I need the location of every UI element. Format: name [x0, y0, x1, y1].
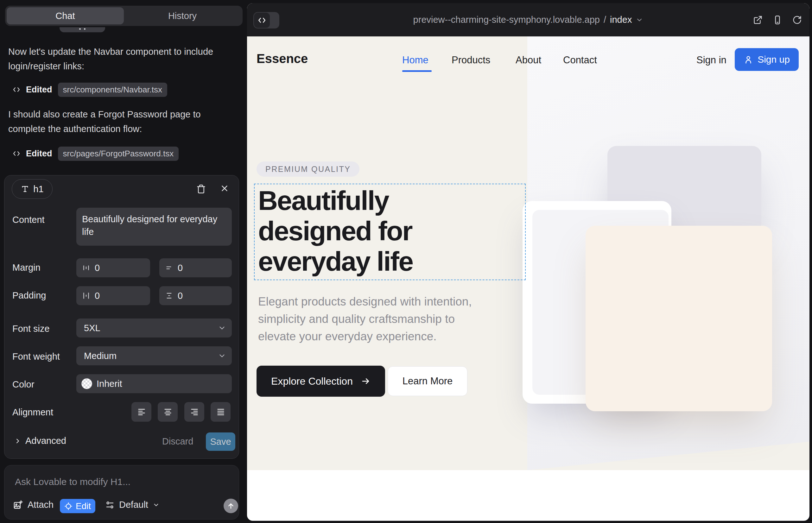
- url-bar[interactable]: preview--charming-site-symphony.lovable.…: [247, 3, 810, 36]
- browser-header: preview--charming-site-symphony.lovable.…: [247, 3, 810, 36]
- premium-quality-badge: PREMIUM QUALITY: [257, 161, 359, 177]
- align-center-icon: [163, 408, 172, 416]
- edited-file-row: Edited src/pages/ForgotPassword.tsx: [13, 147, 179, 160]
- trash-icon: [196, 184, 206, 194]
- padding-x-input[interactable]: 0: [76, 286, 150, 305]
- selected-element-tag: h1: [12, 179, 53, 199]
- font-size-select[interactable]: 5XL: [76, 319, 232, 338]
- site-preview: Essence Home Products About Contact Sign…: [247, 36, 810, 470]
- model-selector[interactable]: Default: [105, 500, 160, 510]
- url-domain: preview--charming-site-symphony.lovable.…: [413, 15, 600, 25]
- margin-x-input[interactable]: 0: [76, 258, 150, 277]
- edit-mode-button[interactable]: Edit: [60, 499, 95, 513]
- font-weight-value: Medium: [84, 351, 117, 361]
- align-left-button[interactable]: [131, 402, 152, 422]
- nav-link-home[interactable]: Home: [402, 54, 428, 66]
- user-icon: [744, 55, 753, 64]
- discard-button[interactable]: Discard: [162, 436, 193, 447]
- nav-link-about[interactable]: About: [516, 54, 541, 66]
- hero-heading-line: everyday life: [258, 246, 413, 276]
- target-icon: [64, 502, 72, 510]
- model-label: Default: [119, 500, 148, 510]
- attach-label: Attach: [28, 500, 54, 510]
- chevron-down-icon: [218, 324, 226, 332]
- color-select[interactable]: Inherit: [76, 374, 232, 393]
- font-weight-label: Font weight: [12, 351, 60, 362]
- align-justify-button[interactable]: [211, 402, 231, 422]
- chat-input[interactable]: [15, 474, 211, 489]
- browser-actions: [753, 3, 802, 36]
- font-size-value: 5XL: [84, 323, 100, 333]
- font-size-label: Font size: [12, 324, 50, 334]
- hero-paragraph-line: elevate your everyday experience.: [258, 328, 472, 345]
- color-swatch: [82, 378, 92, 389]
- tab-chat[interactable]: Chat: [7, 7, 124, 24]
- element-editor-panel: h1 Content Beautifully designed for ever…: [4, 175, 239, 459]
- hero-heading-line: Beautifully: [258, 185, 413, 216]
- code-icon: [13, 150, 20, 157]
- padding-vertical-icon: [165, 292, 173, 300]
- nav-link-contact[interactable]: Contact: [563, 54, 597, 66]
- sign-up-button[interactable]: Sign up: [735, 48, 799, 71]
- learn-more-button[interactable]: Learn More: [388, 366, 467, 396]
- close-editor-button[interactable]: [217, 181, 232, 196]
- align-justify-icon: [216, 408, 225, 416]
- content-textarea[interactable]: Beautifully designed for everyday life: [76, 208, 232, 246]
- send-button[interactable]: [224, 499, 238, 513]
- margin-label: Margin: [12, 263, 40, 273]
- url-separator: /: [604, 15, 606, 25]
- delete-element-button[interactable]: [194, 182, 208, 196]
- chat-history-tabs: Chat History: [5, 6, 243, 26]
- site-logo[interactable]: Essence: [257, 52, 308, 66]
- sliders-icon: [105, 500, 114, 510]
- scrolled-message-pill: [59, 27, 105, 32]
- margin-vertical-icon: [165, 264, 173, 272]
- decor-rectangle-beige: [586, 226, 772, 411]
- hero-paragraph-line: simplicity and quality craftsmanship to: [258, 310, 472, 328]
- font-weight-select[interactable]: Medium: [76, 346, 232, 365]
- type-icon: [21, 184, 30, 194]
- code-icon: [13, 86, 20, 93]
- nav-active-underline: [402, 70, 432, 72]
- hero-paragraph: Elegant products designed with intention…: [258, 293, 472, 345]
- advanced-toggle[interactable]: Advanced: [14, 436, 66, 446]
- sign-in-link[interactable]: Sign in: [696, 54, 726, 66]
- hero-heading[interactable]: Beautifully designed for everyday life: [258, 185, 413, 276]
- open-external-button[interactable]: [753, 15, 763, 25]
- margin-x-value: 0: [95, 263, 100, 273]
- margin-horizontal-icon: [82, 264, 90, 272]
- color-value: Inherit: [96, 379, 122, 389]
- edited-file-pill[interactable]: src/components/Navbar.tsx: [58, 83, 167, 97]
- explore-collection-label: Explore Collection: [271, 376, 353, 387]
- tab-history[interactable]: History: [124, 7, 241, 24]
- align-left-icon: [137, 408, 146, 416]
- refresh-button[interactable]: [792, 15, 802, 25]
- save-button[interactable]: Save: [206, 432, 235, 451]
- explore-collection-button[interactable]: Explore Collection: [257, 366, 385, 397]
- assistant-message: I should also create a Forgot Password p…: [8, 107, 220, 136]
- lovable-app-window: Chat History Now let's update the Navbar…: [0, 0, 812, 523]
- edited-file-pill[interactable]: src/pages/ForgotPassword.tsx: [58, 147, 179, 161]
- assistant-message: Now let's update the Navbar component to…: [8, 44, 220, 73]
- padding-x-value: 0: [95, 291, 100, 301]
- edit-label: Edit: [76, 501, 91, 511]
- padding-y-value: 0: [178, 291, 183, 301]
- align-right-button[interactable]: [184, 402, 204, 422]
- close-icon: [220, 184, 229, 193]
- chevron-down-icon: [218, 352, 226, 360]
- edited-label: Edited: [26, 149, 52, 159]
- chevron-right-icon: [14, 437, 21, 445]
- url-page: index: [610, 15, 632, 25]
- mobile-view-button[interactable]: [773, 15, 782, 25]
- attach-button[interactable]: Attach: [13, 500, 54, 510]
- preview-browser-frame: preview--charming-site-symphony.lovable.…: [247, 3, 810, 521]
- nav-link-products[interactable]: Products: [452, 54, 490, 66]
- margin-y-input[interactable]: 0: [159, 258, 232, 277]
- padding-y-input[interactable]: 0: [159, 286, 232, 305]
- align-center-button[interactable]: [158, 402, 178, 422]
- padding-horizontal-icon: [82, 292, 90, 300]
- alignment-label: Alignment: [12, 407, 53, 418]
- margin-y-value: 0: [178, 263, 183, 273]
- chat-input-box: Attach Edit Default: [4, 465, 239, 520]
- advanced-label: Advanced: [25, 436, 66, 446]
